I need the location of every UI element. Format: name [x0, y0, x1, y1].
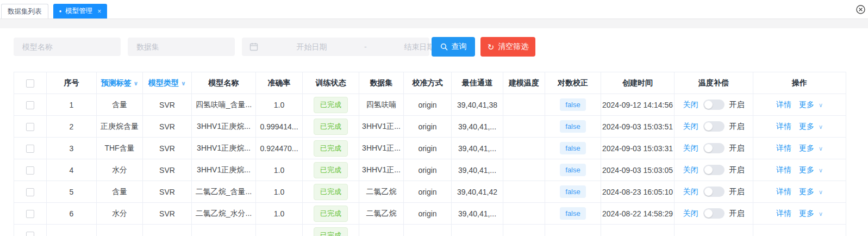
- temperature-compensation-toggle[interactable]: [703, 121, 725, 132]
- cell-label: 正庚烷含量: [97, 116, 143, 138]
- cell-created: 2024-09-03 15:03:05: [601, 159, 675, 181]
- row-checkbox[interactable]: [26, 145, 34, 153]
- more-link[interactable]: 更多 ∨: [799, 122, 823, 131]
- toggle-on-label[interactable]: 开启: [729, 165, 745, 175]
- log-correction-badge: false: [560, 185, 585, 198]
- cell-checkbox: [14, 181, 47, 203]
- header-label[interactable]: 预测标签∨: [97, 72, 143, 94]
- row-checkbox[interactable]: [26, 101, 34, 109]
- dataset-field[interactable]: [128, 38, 235, 56]
- more-link[interactable]: 更多 ∨: [799, 209, 823, 218]
- model-name-input[interactable]: [14, 42, 121, 51]
- status-badge: 已完成: [314, 119, 348, 135]
- header-label-label: 预测标签: [101, 78, 132, 87]
- query-button[interactable]: 查询: [432, 37, 475, 57]
- toggle-on-label[interactable]: 开启: [729, 144, 745, 153]
- cell-log: [545, 225, 601, 236]
- header-type[interactable]: 模型类型∨: [143, 72, 192, 94]
- row-checkbox[interactable]: [26, 232, 34, 236]
- cell-label: 含量: [97, 181, 143, 203]
- cell-accuracy: 1.0: [256, 181, 303, 203]
- cell-type-value: SVR: [159, 144, 175, 153]
- toggle-on-label[interactable]: 开启: [729, 122, 745, 132]
- cell-label: 水分: [97, 159, 143, 181]
- toggle-off-label[interactable]: 关闭: [683, 187, 698, 197]
- date-range-field[interactable]: -: [242, 38, 429, 56]
- cell-created: 2024-09-03 15:03:51: [601, 116, 675, 138]
- temperature-compensation-toggle[interactable]: [703, 208, 725, 219]
- detail-link[interactable]: 详情: [776, 187, 791, 196]
- cell-log: false: [545, 159, 601, 181]
- toggle-off-label[interactable]: 关闭: [683, 100, 698, 110]
- detail-link[interactable]: 详情: [776, 122, 791, 131]
- toggle-on-label[interactable]: 开启: [729, 187, 745, 197]
- toggle-off-label[interactable]: 关闭: [683, 144, 698, 153]
- toggle-knob: [704, 188, 713, 196]
- cell-created-value: 2024-09-12 14:14:56: [602, 101, 673, 109]
- temperature-compensation-toggle[interactable]: [703, 143, 725, 153]
- dataset-input[interactable]: [128, 42, 235, 51]
- row-checkbox[interactable]: [26, 166, 34, 175]
- start-date-input[interactable]: [263, 42, 361, 51]
- row-checkbox[interactable]: [26, 188, 34, 196]
- cell-accuracy: 1.0: [256, 159, 303, 181]
- cell-dataset: 3HHV1正...: [359, 159, 404, 181]
- model-name-field[interactable]: [14, 38, 121, 56]
- temperature-compensation-toggle[interactable]: [703, 187, 725, 197]
- select-all-checkbox[interactable]: [26, 79, 34, 88]
- header-actions-label: 操作: [792, 78, 807, 87]
- more-link[interactable]: 更多 ∨: [799, 144, 823, 152]
- header-calibration-label: 校准方式: [413, 78, 443, 87]
- cell-index-value: 5: [70, 188, 74, 196]
- table-row: 已完成: [14, 225, 846, 236]
- cell-calibration-value: origin: [418, 209, 436, 218]
- cell-type-value: SVR: [159, 166, 175, 175]
- cell-dataset-value: 二氯乙烷: [366, 209, 397, 218]
- detail-link[interactable]: 详情: [776, 100, 791, 109]
- cell-calibration-value: origin: [418, 188, 436, 196]
- toggle-off-label[interactable]: 关闭: [683, 209, 698, 219]
- toggle-off-label[interactable]: 关闭: [683, 122, 698, 132]
- search-icon: [440, 43, 448, 51]
- cell-calibration-value: origin: [418, 101, 436, 109]
- cell-temperature: [503, 94, 545, 116]
- date-separator: -: [361, 42, 370, 51]
- detail-link[interactable]: 详情: [776, 209, 791, 218]
- cell-name: 3HHV1正庚烷...: [192, 159, 256, 181]
- cell-index-value: 3: [70, 144, 74, 153]
- header-compensation-label: 温度补偿: [698, 78, 729, 87]
- log-correction-badge: false: [560, 164, 585, 176]
- row-checkbox[interactable]: [26, 210, 34, 218]
- tab-close-icon[interactable]: ×: [97, 8, 101, 15]
- header-name: 模型名称: [192, 72, 256, 94]
- cell-label-value: 含量: [112, 187, 127, 196]
- clear-filter-button[interactable]: ↻ 清空筛选: [480, 37, 535, 57]
- more-link[interactable]: 更多 ∨: [799, 165, 823, 174]
- temperature-compensation-toggle[interactable]: [703, 100, 725, 110]
- cell-temperature: [503, 181, 545, 203]
- temperature-compensation-toggle[interactable]: [703, 165, 725, 175]
- cell-accuracy: [256, 225, 303, 236]
- toggle-on-label[interactable]: 开启: [729, 100, 745, 110]
- toggle-on-label[interactable]: 开启: [729, 209, 745, 219]
- more-link[interactable]: 更多 ∨: [799, 187, 823, 196]
- chevron-down-icon: ∨: [819, 145, 823, 152]
- detail-link[interactable]: 详情: [776, 165, 791, 174]
- tab-model-management[interactable]: ● 模型管理 ×: [53, 4, 108, 18]
- status-badge: 已完成: [314, 162, 348, 178]
- cell-index: [47, 225, 97, 236]
- cell-dataset-value: 3HHV1正...: [362, 165, 401, 174]
- table-row: 6水分SVR二氯乙烷_水分...1.0已完成二氯乙烷origin39,40,41…: [14, 203, 846, 225]
- detail-link[interactable]: 详情: [776, 144, 791, 152]
- cell-name: 四氢呋喃_含量...: [192, 94, 256, 116]
- table-row: 1含量SVR四氢呋喃_含量...1.0已完成四氢呋喃origin39,40,41…: [14, 94, 846, 116]
- more-link[interactable]: 更多 ∨: [799, 100, 823, 109]
- toggle-off-label[interactable]: 关闭: [683, 165, 698, 175]
- cell-dataset: [359, 225, 404, 236]
- cell-created: [601, 225, 675, 236]
- close-circle-icon[interactable]: [856, 5, 865, 14]
- header-accuracy: 准确率: [256, 72, 303, 94]
- table-row: 3THF含量SVR3HHV1正庚烷...0.924470...已完成3HHV1正…: [14, 138, 846, 159]
- row-checkbox[interactable]: [26, 123, 34, 131]
- tab-dataset-list[interactable]: 数据集列表: [1, 4, 48, 18]
